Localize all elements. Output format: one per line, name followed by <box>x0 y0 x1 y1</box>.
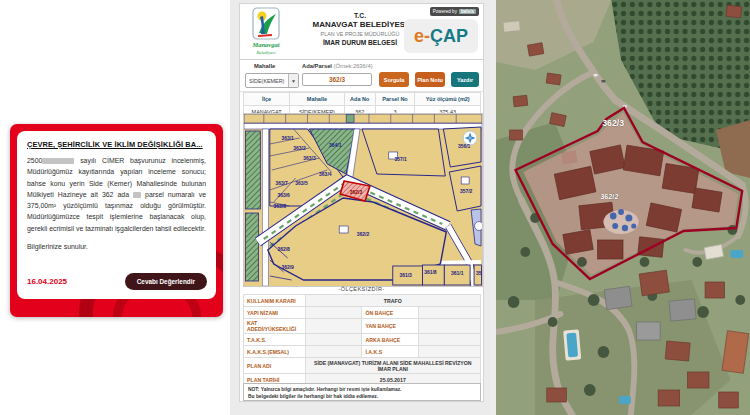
row-yapi-nizami: YAPI NİZAMI ÖN BAHÇE <box>244 307 481 319</box>
parcel-label-363-6: 363/6 <box>277 193 290 198</box>
value-yan-bahce <box>419 319 481 334</box>
ecap-logo-cap: ÇAP <box>430 26 468 46</box>
value-kat-adedi <box>305 319 362 334</box>
ecap-document-panel: Manavgat Belediyesi T.C. MANAVGAT BELEDİ… <box>230 0 490 415</box>
row-kaks: K.A.K.S.(EMSAL) İ.A.K.S <box>244 346 481 358</box>
cimer-card-footer: 16.04.2025 Cevabı Değerlendir <box>27 273 207 290</box>
mahalle-selected-value: SİDE(KEMER) <box>246 78 288 84</box>
row-taks: T.A.K.S. ARKA BAHÇE <box>244 334 481 346</box>
evaluate-response-button[interactable]: Cevabı Değerlendir <box>125 273 207 290</box>
parcel-label-363-8: 363/8 <box>274 204 287 209</box>
redacted-text <box>42 158 74 164</box>
col-yuzolcumu: Yüz ölçümü (m2) <box>415 93 481 106</box>
note-line-1: NOT: Yalnızca bilgi amaçlıdır. Herhangi … <box>248 386 476 393</box>
adaparsel-hint: (Örnek:2636/4) <box>334 63 373 69</box>
parcel-label-363-4: 363/4 <box>319 172 332 177</box>
cimer-card-title[interactable]: ÇEVRE, ŞEHİRCİLİK VE İKLİM DEĞİŞİKLİĞİ B… <box>27 140 206 149</box>
parcel-label-362-2: 362/2 <box>600 192 618 201</box>
label-plan-adi: PLAN ADI <box>244 358 306 374</box>
map-scale-note: -ÖLÇEKSİZDİR- <box>240 286 483 292</box>
cimer-response-box: ÇEVRE, ŞEHİRCİLİK VE İKLİM DEĞİŞİKLİĞİ B… <box>10 124 223 317</box>
cimer-card-body: 2500 sayılı CİMER başvurunuz incelenmiş,… <box>27 155 206 234</box>
svg-text:Belediyesi: Belediyesi <box>257 50 277 55</box>
parcel-label-357-2: 357/2 <box>460 189 473 194</box>
cimer-panel: ÇEVRE, ŞEHİRCİLİK VE İKLİM DEĞİŞİKLİĞİ B… <box>0 0 230 415</box>
parcel-label-364-1: 364/1 <box>329 143 342 148</box>
parcel-label-357-1: 357/1 <box>394 157 407 162</box>
value-taks <box>305 334 362 346</box>
cimer-response-card: ÇEVRE, ŞEHİRCİLİK VE İKLİM DEĞİŞİKLİĞİ B… <box>17 131 216 299</box>
note-line-2: Bu belgedeki bilgiler ile herhangi bir h… <box>248 393 476 400</box>
mahalle-select[interactable]: SİDE(KEMER) ▼ <box>245 73 299 88</box>
chevron-down-icon: ▼ <box>288 74 298 87</box>
label-taks: T.A.K.S. <box>244 334 306 346</box>
cimer-closing-line: Bilgilerinize sunulur. <box>27 243 206 250</box>
label-kullanim-karari: KULLANIM KARARI <box>244 295 306 307</box>
parcel-label-361-8: 361/8 <box>424 270 437 275</box>
parcel-label-363-1: 363/1 <box>281 136 294 141</box>
row-kullanim-karari: KULLANIM KARARI TRAFO <box>244 295 481 307</box>
adaparsel-label-text: Ada/Parsel <box>302 63 334 69</box>
redacted-text-2 <box>133 192 141 198</box>
cadastral-map-svg: 363/1363/2363/3363/4363/5363/7363/6363/8… <box>244 114 482 286</box>
manavgat-municipality-logo: Manavgat Belediyesi <box>247 7 287 57</box>
ecap-logo: e-ÇAP <box>404 19 478 53</box>
value-yapi-nizami <box>305 307 362 319</box>
screenshot-root: ÇEVRE, ŞEHİRCİLİK VE İKLİM DEĞİŞİKLİĞİ B… <box>0 0 750 415</box>
result-header-row: İlçe Mahalle Ada No Parsel No Yüz ölçümü… <box>244 93 481 106</box>
belsis-brand: belsis <box>459 9 476 14</box>
parcel-label-362-3: 362/3 <box>350 190 363 195</box>
parcel-label-363-5: 363/5 <box>295 181 308 186</box>
adaparsel-label: Ada/Parsel (Örnek:2636/4) <box>302 63 373 69</box>
yazdir-button[interactable]: Yazdır <box>451 72 479 87</box>
col-parsel-no: Parsel No <box>375 93 415 106</box>
value-on-bahce <box>419 307 481 319</box>
sorgula-button[interactable]: Sorgula <box>379 72 409 87</box>
label-on-bahce: ÖN BAHÇE <box>362 307 419 319</box>
parcel-label-361-3: 361/3 <box>399 273 412 278</box>
plan-notu-button[interactable]: Plan Notu <box>415 72 445 87</box>
parcel-label-358: 358 <box>476 271 482 276</box>
row-plan-adi: PLAN ADI SİDE (MANAVGAT) TURİZM ALANI Sİ… <box>244 358 481 374</box>
parcel-label-363-7: 363/7 <box>275 181 288 186</box>
body-text-1: 2500 <box>27 157 42 164</box>
mahalle-label: Mahalle <box>254 63 275 69</box>
powered-by-text: Powered by <box>433 9 457 14</box>
document-header: Manavgat Belediyesi T.C. MANAVGAT BELEDİ… <box>240 4 483 60</box>
ecap-logo-e: e- <box>414 26 430 46</box>
parcel-label-363-3: 363/3 <box>303 156 316 161</box>
label-arka-bahce: ARKA BAHÇE <box>362 334 419 346</box>
row-kat-adedi: KAT ADEDİ/YÜKSEKLİĞİ YAN BAHÇE <box>244 319 481 334</box>
value-arka-bahce <box>419 334 481 346</box>
document-note-box: NOT: Yalnızca bilgi amaçlıdır. Herhangi … <box>243 383 481 401</box>
parcel-label-356-1: 356/1 <box>458 144 471 149</box>
cimer-date: 16.04.2025 <box>27 277 67 286</box>
label-kat-adedi: KAT ADEDİ/YÜKSEKLİĞİ <box>244 319 306 334</box>
value-iaks <box>419 346 481 358</box>
compass-icon <box>463 131 477 145</box>
col-ilce: İlçe <box>244 93 290 106</box>
label-yapi-nizami: YAPI NİZAMI <box>244 307 306 319</box>
svg-text:Manavgat: Manavgat <box>251 41 279 48</box>
org-line-tc: T.C. <box>296 12 424 19</box>
parcel-label-362-9: 362/9 <box>281 265 294 270</box>
label-yan-bahce: YAN BAHÇE <box>362 319 419 334</box>
powered-by-badge[interactable]: Powered by belsis <box>430 7 479 16</box>
col-mahalle: Mahalle <box>290 93 345 106</box>
parcel-label-362-8: 362/8 <box>277 247 290 252</box>
label-kaks: K.A.K.S.(EMSAL) <box>244 346 306 358</box>
parcel-label-362-2: 362/2 <box>357 232 370 237</box>
value-kaks <box>305 346 362 358</box>
col-ada-no: Ada No <box>344 93 375 106</box>
value-plan-adi: SİDE (MANAVGAT) TURİZM ALANI SİDE MAHALL… <box>305 358 480 374</box>
query-form: Mahalle Ada/Parsel (Örnek:2636/4) SİDE(K… <box>240 59 483 92</box>
parcel-label-363-2: 363/2 <box>293 146 306 151</box>
adaparsel-input[interactable] <box>302 73 372 86</box>
value-kullanim-karari: TRAFO <box>305 295 480 307</box>
satellite-panel: 362/3362/2 <box>490 0 750 415</box>
parcel-label-362-3: 362/3 <box>602 118 624 128</box>
cadastral-map: 363/1363/2363/3363/4363/5363/7363/6363/8… <box>243 113 483 287</box>
satellite-image: 362/3362/2 <box>496 0 750 415</box>
imar-durum-belgesi: Manavgat Belediyesi T.C. MANAVGAT BELEDİ… <box>239 3 484 402</box>
parcel-label-361-1: 361/1 <box>451 271 464 276</box>
